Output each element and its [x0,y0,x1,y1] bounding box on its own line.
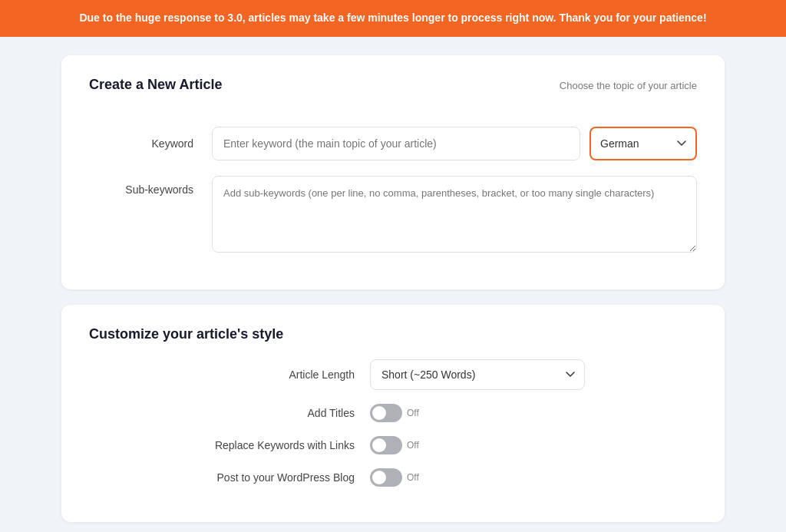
article-length-select[interactable]: Short (~250 Words) Medium (~500 Words) L… [370,359,585,390]
replace-keywords-row: Replace Keywords with Links Off [89,436,697,454]
replace-keywords-off-label: Off [407,440,419,451]
subkeywords-label: Sub-keywords [89,176,212,196]
post-wordpress-label: Post to your WordPress Blog [201,471,370,484]
language-select[interactable]: German English French Spanish Italian [590,127,697,160]
add-titles-control: Off [370,404,585,422]
post-wordpress-toggle[interactable] [370,468,402,487]
post-wordpress-toggle-wrapper: Off [370,468,585,487]
article-length-label: Article Length [201,368,370,381]
subkeywords-row: Sub-keywords [89,176,697,253]
replace-keywords-control: Off [370,436,585,454]
banner-text: Due to the huge response to 3.0, article… [79,12,706,24]
keyword-row: Keyword German English French Spanish It… [89,127,697,160]
replace-keywords-toggle-wrapper: Off [370,436,585,454]
post-wordpress-control: Off [370,468,585,487]
add-titles-row: Add Titles Off [89,404,697,422]
add-titles-off-label: Off [407,408,419,418]
post-wordpress-off-label: Off [407,472,419,483]
create-article-title: Create a New Article [89,77,222,93]
notification-banner: Due to the huge response to 3.0, article… [0,0,786,37]
choose-topic-hint: Choose the topic of your article [560,77,697,91]
add-titles-slider [370,404,402,422]
article-length-row: Article Length Short (~250 Words) Medium… [89,359,697,390]
replace-keywords-toggle[interactable] [370,436,402,454]
create-article-card: Create a New Article Choose the topic of… [61,55,725,289]
subkeywords-textarea[interactable] [212,176,697,253]
add-titles-toggle[interactable] [370,404,402,422]
customize-title: Customize your article's style [89,326,697,342]
card-header: Create a New Article Choose the topic of… [89,77,697,110]
keyword-inputs: German English French Spanish Italian [212,127,697,160]
post-wordpress-slider [370,468,402,487]
customize-card: Customize your article's style Article L… [61,305,725,522]
post-wordpress-row: Post to your WordPress Blog Off [89,468,697,487]
article-length-control: Short (~250 Words) Medium (~500 Words) L… [370,359,585,390]
keyword-label: Keyword [89,137,212,150]
keyword-input[interactable] [212,127,580,160]
add-titles-toggle-wrapper: Off [370,404,585,422]
replace-keywords-label: Replace Keywords with Links [201,439,370,451]
add-titles-label: Add Titles [201,407,370,419]
main-content: Create a New Article Choose the topic of… [0,37,786,532]
replace-keywords-slider [370,436,402,454]
